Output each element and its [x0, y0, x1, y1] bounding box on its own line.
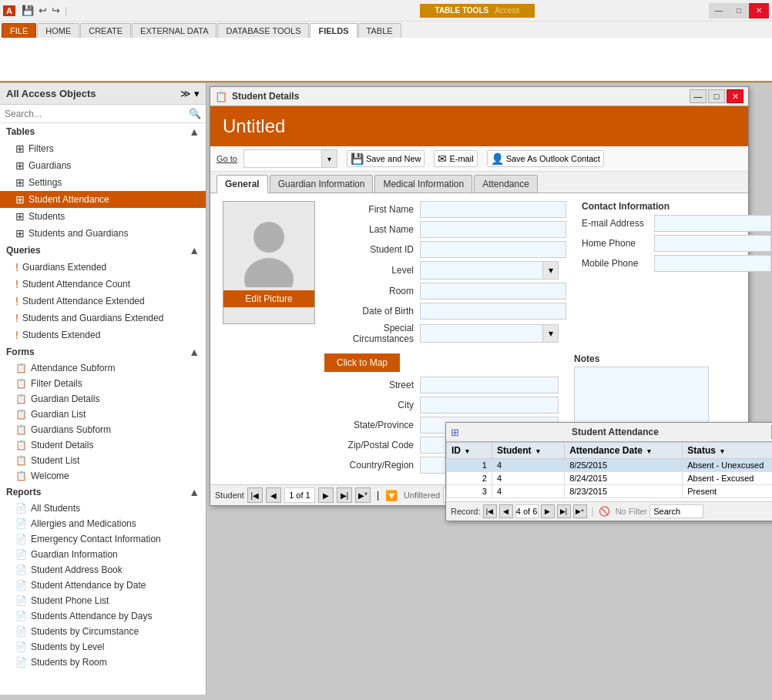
nav-item[interactable]: 📄 Students by Circumstance — [0, 624, 206, 639]
nav-item[interactable]: 📄 Student Phone List — [0, 593, 206, 608]
nav-item[interactable]: 📋 Filter Details — [0, 376, 206, 391]
nav-item[interactable]: 📋 Guardian Details — [0, 391, 206, 407]
nav-item[interactable]: 📄 Students Attendance by Days — [0, 608, 206, 624]
tables-header[interactable]: Tables ▲ — [0, 123, 206, 140]
student-id-input[interactable] — [420, 241, 566, 258]
close-app-btn[interactable]: ✕ — [749, 3, 769, 18]
nav-new-btn[interactable]: ▶* — [355, 487, 371, 503]
nav-item[interactable]: 📋 Student Details — [0, 437, 206, 453]
table-row[interactable]: 1 4 8/25/2015 Absent - Unexcused — [447, 459, 773, 472]
panel-chevron-icon[interactable]: ≫ — [180, 88, 191, 99]
city-input[interactable] — [420, 397, 559, 414]
nav-page-input[interactable] — [284, 487, 315, 503]
maximize-btn[interactable]: □ — [729, 3, 749, 18]
save-outlook-btn[interactable]: 👤 Save As Outlook Contact — [487, 150, 604, 167]
special-circ-input[interactable] — [421, 325, 542, 342]
col-status[interactable]: Status ▾ — [683, 443, 772, 459]
tab-create[interactable]: CREATE — [80, 23, 131, 38]
att-page-input[interactable] — [515, 504, 539, 518]
nav-item[interactable]: ⊞ Filters — [0, 140, 206, 157]
nav-item[interactable]: 📄 Student Attendance by Date — [0, 578, 206, 593]
undo-btn[interactable]: ↩ — [37, 4, 49, 17]
restore-window-btn[interactable]: □ — [708, 89, 725, 103]
tab-external-data[interactable]: EXTERNAL DATA — [132, 23, 216, 38]
special-circ-dropdown-btn[interactable]: ▾ — [542, 325, 558, 342]
nav-first-btn[interactable]: |◀ — [247, 487, 263, 503]
nav-item[interactable]: 📄 Emergency Contact Information — [0, 531, 206, 547]
click-to-map-btn[interactable]: Click to Map — [324, 353, 400, 372]
reports-header[interactable]: Reports ▲ — [0, 484, 206, 501]
redo-btn[interactable]: ↪ — [50, 4, 62, 17]
nav-item[interactable]: 📄 Students by Room — [0, 655, 206, 670]
col-student[interactable]: Student ▾ — [492, 443, 564, 459]
level-input[interactable] — [421, 262, 542, 279]
nav-item[interactable]: 📄 Allergies and Medications — [0, 516, 206, 531]
goto-dropdown[interactable]: ▾ — [243, 149, 337, 168]
tab-medical-info[interactable]: Medical Information — [374, 175, 472, 193]
tab-general[interactable]: General — [216, 175, 268, 193]
forms-header[interactable]: Forms ▲ — [0, 343, 206, 360]
first-name-input[interactable] — [420, 201, 566, 218]
nav-prev-btn[interactable]: ◀ — [266, 487, 281, 503]
table-row[interactable]: 3 4 8/23/2015 Present — [447, 485, 773, 498]
minimize-btn[interactable]: — — [709, 3, 729, 18]
tab-table[interactable]: TABLE — [358, 23, 401, 38]
nav-item[interactable]: ⊞ Guardians — [0, 157, 206, 174]
nav-item[interactable]: 📄 Student Address Book — [0, 562, 206, 578]
tab-file[interactable]: FILE — [2, 23, 36, 38]
nav-item[interactable]: 📋 Guardian List — [0, 407, 206, 422]
edit-picture-btn[interactable]: Edit Picture — [223, 290, 314, 307]
email-addr-input[interactable] — [654, 215, 771, 232]
att-prev-btn[interactable]: ◀ — [499, 504, 513, 518]
nav-next-btn[interactable]: ▶ — [318, 487, 334, 503]
level-dropdown-btn[interactable]: ▾ — [542, 262, 558, 279]
col-id[interactable]: ID ▾ — [447, 443, 492, 459]
nav-item[interactable]: ! Students Extended — [0, 327, 206, 343]
goto-dropdown-arrow[interactable]: ▾ — [321, 150, 337, 167]
home-phone-input[interactable] — [654, 235, 771, 252]
col-date[interactable]: Attendance Date ▾ — [565, 443, 683, 459]
att-search-input[interactable] — [649, 504, 703, 518]
nav-item[interactable]: ⊞ Students and Guardians — [0, 225, 206, 242]
panel-down-icon[interactable]: ▾ — [194, 88, 200, 99]
tab-attendance[interactable]: Attendance — [474, 175, 538, 193]
last-name-input[interactable] — [420, 221, 566, 238]
tab-home[interactable]: HOME — [37, 23, 79, 38]
nav-item[interactable]: ! Student Attendance Count — [0, 276, 206, 293]
nav-item[interactable]: 📋 Attendance Subform — [0, 360, 206, 376]
close-window-btn[interactable]: ✕ — [727, 89, 743, 103]
att-last-btn[interactable]: ▶| — [557, 504, 571, 518]
nav-item[interactable]: ! Guardians Extended — [0, 259, 206, 276]
att-new-btn[interactable]: ▶* — [573, 504, 587, 518]
nav-item[interactable]: 📄 Guardian Information — [0, 547, 206, 562]
street-input[interactable] — [420, 377, 559, 394]
nav-item[interactable]: 📄 All Students — [0, 501, 206, 516]
nav-item-student-attendance[interactable]: ⊞ Student Attendance — [0, 191, 206, 208]
nav-item[interactable]: ⊞ Settings — [0, 174, 206, 191]
att-next-btn[interactable]: ▶ — [541, 504, 555, 518]
goto-field[interactable] — [244, 150, 321, 167]
nav-item[interactable]: 📋 Welcome — [0, 468, 206, 484]
room-input[interactable] — [420, 283, 566, 300]
queries-header[interactable]: Queries ▲ — [0, 242, 206, 259]
save-quick-btn[interactable]: 💾 — [20, 4, 35, 17]
mobile-phone-input[interactable] — [654, 255, 771, 272]
form-icon: 📋 — [15, 409, 27, 420]
table-row[interactable]: 2 4 8/24/2015 Absent - Excused — [447, 472, 773, 485]
tab-database-tools[interactable]: DATABASE TOOLS — [217, 23, 309, 38]
nav-item[interactable]: 📄 Students by Level — [0, 639, 206, 655]
dob-input[interactable] — [420, 303, 566, 320]
nav-item[interactable]: ⊞ Students — [0, 208, 206, 225]
email-btn[interactable]: ✉ E-mail — [434, 150, 477, 167]
att-first-btn[interactable]: |◀ — [483, 504, 497, 518]
minimize-window-btn[interactable]: — — [690, 89, 707, 103]
nav-item[interactable]: ! Student Attendance Extended — [0, 293, 206, 310]
nav-last-btn[interactable]: ▶| — [337, 487, 352, 503]
nav-item[interactable]: 📋 Guardians Subform — [0, 422, 206, 437]
save-new-btn[interactable]: 💾 Save and New — [347, 150, 425, 167]
nav-item[interactable]: 📋 Student List — [0, 453, 206, 468]
tab-guardian-info[interactable]: Guardian Information — [270, 175, 374, 193]
tab-fields[interactable]: FIELDS — [310, 23, 357, 38]
nav-item[interactable]: ! Students and Guardians Extended — [0, 310, 206, 327]
search-input[interactable] — [5, 109, 189, 119]
